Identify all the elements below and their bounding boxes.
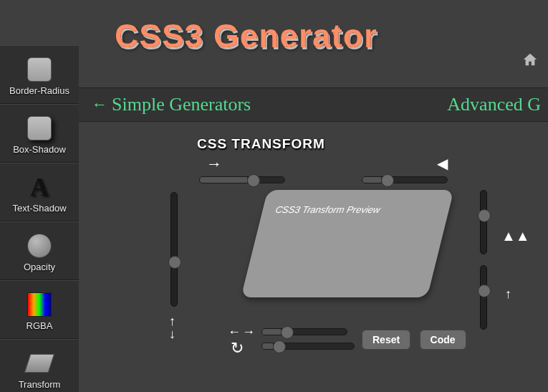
simple-generators-label: Simple Generators (112, 94, 251, 115)
flip-horizontal-icon: ◀ (437, 155, 448, 172)
arrow-left-icon: ← (92, 95, 107, 114)
skew-x-slider[interactable] (362, 176, 448, 183)
border-radius-icon (27, 57, 52, 82)
opacity-icon (27, 234, 52, 258)
tool-box-shadow[interactable]: Box-Shadow (0, 104, 79, 163)
tool-label: Text-Shadow (12, 203, 66, 214)
arrow-right-icon-2: → (242, 325, 255, 340)
simple-generators-link[interactable]: ← Simple Generators (92, 94, 251, 115)
header: CSS3 Generator (79, 0, 548, 72)
sub-nav: ← Simple Generators Advanced G (79, 87, 548, 122)
arrow-left-icon-2: ← (228, 325, 241, 340)
transform-preview: CSS3 Transform Preview (241, 190, 453, 297)
tool-transform[interactable]: Transform (0, 339, 79, 392)
rgba-icon (27, 292, 52, 317)
arrow-down-icon: ↓ (169, 327, 176, 342)
tool-label: RGBA (27, 320, 53, 331)
translate-x-slider[interactable] (261, 328, 347, 335)
tool-label: Border-Radius (9, 85, 69, 96)
reset-button[interactable]: Reset (362, 330, 410, 350)
tool-opacity[interactable]: Opacity (0, 221, 79, 280)
sidebar: Border-Radius Box-Shadow A Text-Shadow O… (0, 45, 79, 392)
scale-y-slider[interactable] (170, 192, 178, 307)
section-title: CSS TRANSFORM (197, 136, 527, 152)
tool-label: Opacity (24, 262, 55, 272)
main-panel: CSS TRANSFORM → ◀ ↑ ↓ CSS3 Transform Pre… (79, 122, 548, 392)
translate-y-slider[interactable] (480, 265, 487, 330)
app-title: CSS3 Generator (115, 16, 378, 55)
skew-y-slider[interactable] (480, 190, 487, 254)
flip-vertical-icon: ▲▲ (501, 228, 530, 244)
refresh-icon[interactable]: ↻ (231, 339, 244, 358)
tool-border-radius[interactable]: Border-Radius (0, 45, 79, 104)
box-shadow-icon (27, 116, 52, 140)
home-icon[interactable] (522, 52, 538, 70)
tool-label: Transform (19, 379, 61, 390)
rotate-slider[interactable] (199, 176, 285, 183)
code-button[interactable]: Code (420, 330, 466, 350)
preview-label: CSS3 Transform Preview (274, 204, 381, 215)
text-shadow-icon: A (30, 172, 49, 202)
arrow-right-icon: → (206, 155, 222, 173)
scale-x-slider[interactable] (261, 343, 355, 350)
tool-text-shadow[interactable]: A Text-Shadow (0, 163, 79, 221)
transform-icon (24, 354, 54, 373)
tool-rgba[interactable]: RGBA (0, 280, 79, 339)
advanced-generators-label: Advanced G (447, 94, 541, 115)
arrow-up-icon-2: ↑ (505, 287, 511, 302)
advanced-generators-link[interactable]: Advanced G (447, 94, 541, 115)
tool-label: Box-Shadow (13, 144, 66, 155)
